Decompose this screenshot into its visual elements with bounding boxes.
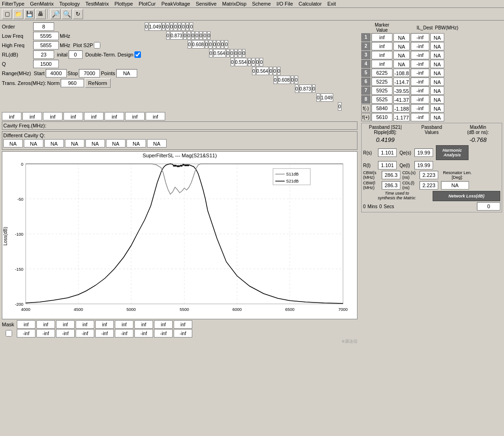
inf-8[interactable]: inf <box>146 112 165 120</box>
network-loss-input[interactable] <box>477 202 500 211</box>
mc-3-1[interactable]: 0 <box>188 40 191 49</box>
inf-4[interactable]: inf <box>63 112 83 120</box>
mc-7-3[interactable]: 0 <box>291 76 294 84</box>
mask-r1-5[interactable]: inf <box>95 320 114 329</box>
mc-5-4[interactable]: 0 <box>252 58 255 66</box>
menu-topology[interactable]: Topology <box>59 1 80 7</box>
mc-4-1[interactable]: 0 <box>209 49 213 57</box>
menu-plotcur[interactable]: PlotCur <box>139 1 156 7</box>
q-input[interactable] <box>33 60 59 68</box>
stop-input[interactable] <box>79 69 100 77</box>
mc-3-2[interactable]: 0.608 <box>192 40 204 49</box>
cbws-input[interactable] <box>382 171 400 179</box>
mc-2-4[interactable]: 0 <box>187 31 191 40</box>
mask-r1-2[interactable]: inf <box>36 320 55 329</box>
mask-r1-9[interactable]: inf <box>174 320 192 329</box>
start-input[interactable] <box>46 69 67 77</box>
marker-val-3[interactable] <box>371 51 392 59</box>
marker-il-4[interactable] <box>411 60 429 68</box>
mc-4-6[interactable]: 0 <box>238 49 242 57</box>
marker-val-8[interactable] <box>371 95 392 104</box>
rs-input[interactable] <box>378 148 397 157</box>
mc-3-7[interactable]: 0 <box>221 40 224 49</box>
mask-r2-8[interactable]: -inf <box>154 329 173 338</box>
rl-input2[interactable] <box>378 161 397 169</box>
mc-6-1[interactable]: 0 <box>252 67 256 75</box>
marker-val-fm[interactable] <box>371 104 392 113</box>
mc-3-4[interactable]: 0 <box>209 40 212 49</box>
mask-r1-1[interactable]: inf <box>17 320 35 329</box>
marker-il-7[interactable] <box>411 86 429 95</box>
menu-calculator[interactable]: Calculator <box>299 1 322 7</box>
mc-7-4[interactable]: 0 <box>294 76 298 84</box>
cdls-input[interactable] <box>420 171 438 179</box>
zoom-in-button[interactable]: 🔎 <box>50 9 61 19</box>
menu-sensitive[interactable]: Sensitive <box>196 1 217 7</box>
mc-1-2[interactable]: 1.049 <box>149 22 161 31</box>
inf-7[interactable]: inf <box>125 112 145 120</box>
na-1[interactable]: NA <box>3 139 23 148</box>
mc-8-3[interactable]: 0 <box>312 84 316 93</box>
mc-5-6[interactable]: 0 <box>259 58 263 66</box>
marker-il-2[interactable] <box>411 42 429 50</box>
na-3[interactable]: NA <box>44 139 64 148</box>
menu-matrixdisp[interactable]: MatrixDisp <box>222 1 246 7</box>
marker-il-3[interactable] <box>411 51 429 59</box>
open-button[interactable]: 📁 <box>13 9 23 19</box>
mask-r2-1[interactable]: -inf <box>17 329 35 338</box>
mask-r2-4[interactable]: -inf <box>76 329 94 338</box>
mc-10-1[interactable]: 0 <box>338 102 342 111</box>
na-5[interactable]: NA <box>85 139 105 148</box>
marker-val-4[interactable] <box>371 60 392 68</box>
mask-r1-6[interactable]: inf <box>115 320 133 329</box>
mc-4-4[interactable]: 0 <box>230 49 234 57</box>
mc-3-8[interactable]: 0 <box>224 40 228 49</box>
mc-9-1[interactable]: 0 <box>316 93 320 102</box>
mc-6-3[interactable]: 0 <box>269 67 273 75</box>
marker-val-2[interactable] <box>371 42 392 50</box>
refresh-button[interactable]: ↻ <box>73 9 83 19</box>
menu-exit[interactable]: Exit <box>327 1 336 7</box>
qel-input[interactable] <box>414 161 433 169</box>
double-term-checkbox[interactable] <box>134 51 141 58</box>
mc-1-3[interactable]: 0 <box>162 22 166 31</box>
menu-filtertype[interactable]: FilterType <box>2 1 24 7</box>
renorm-button[interactable]: ReNorm <box>85 78 111 88</box>
mask-r2-5[interactable]: -inf <box>95 329 114 338</box>
menu-iofile[interactable]: I/O File <box>276 1 293 7</box>
mc-1-8[interactable]: 0 <box>182 22 185 31</box>
low-freq-input[interactable] <box>33 32 59 40</box>
marker-il-1[interactable] <box>411 33 429 42</box>
mc-2-2[interactable]: 0.873 <box>170 31 183 40</box>
menu-peakvoltage[interactable]: PeakVoltage <box>161 1 190 7</box>
initial-input[interactable] <box>69 50 83 59</box>
mc-1-1[interactable]: 0 <box>145 22 148 31</box>
marker-il-fm[interactable] <box>411 104 429 113</box>
marker-il-6[interactable] <box>411 77 429 86</box>
mc-2-7[interactable]: 0 <box>199 31 203 40</box>
mc-5-3[interactable]: 0 <box>248 58 252 66</box>
cdll-input[interactable] <box>420 181 438 190</box>
points-input[interactable] <box>116 69 137 77</box>
inf-5[interactable]: inf <box>84 112 104 120</box>
new-button[interactable]: ▢ <box>2 9 12 19</box>
mc-2-6[interactable]: 0 <box>195 31 199 40</box>
na-4[interactable]: NA <box>65 139 84 148</box>
marker-val-7[interactable] <box>371 86 392 95</box>
cbwl-input[interactable] <box>382 181 400 190</box>
marker-val-5[interactable] <box>371 69 392 77</box>
mc-5-5[interactable]: 0 <box>256 58 259 66</box>
mask-r1-3[interactable]: inf <box>56 320 75 329</box>
mc-5-1[interactable]: 0 <box>231 58 234 66</box>
mc-8-2[interactable]: 0.873 <box>299 84 312 93</box>
menu-plottype[interactable]: Plottype <box>114 1 133 7</box>
mask-r2-9[interactable]: -inf <box>174 329 192 338</box>
mc-7-2[interactable]: 0.608 <box>278 76 290 84</box>
save-button[interactable]: 💾 <box>24 9 35 19</box>
order-input[interactable] <box>33 22 54 31</box>
mc-4-2[interactable]: 0.564 <box>213 49 226 57</box>
na-2[interactable]: NA <box>24 139 43 148</box>
inf-2[interactable]: inf <box>22 112 42 120</box>
menu-genmatrix[interactable]: GenMatrix <box>30 1 54 7</box>
norm-input[interactable] <box>61 79 84 87</box>
